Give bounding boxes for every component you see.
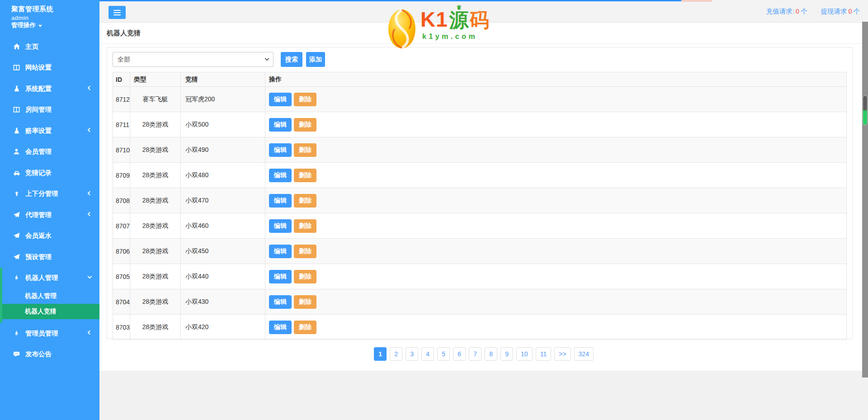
sidebar-item-robot-management[interactable]: 机器人管理 <box>0 268 99 289</box>
edit-button[interactable]: 编辑 <box>269 270 292 283</box>
page-button-1[interactable]: 1 <box>374 347 387 361</box>
sidebar-item-odds-settings[interactable]: 赔率设置 <box>0 120 99 142</box>
withdraw-request-link[interactable]: 提现请求 0 个 <box>821 7 860 16</box>
table-row: 870628类游戏小双450编辑删除 <box>113 239 847 264</box>
delete-button[interactable]: 删除 <box>294 194 316 208</box>
cell-id: 8708 <box>113 188 130 213</box>
type-filter-select[interactable]: 全部 <box>113 52 274 67</box>
sidebar-item-room-management[interactable]: 房间管理 <box>0 99 99 121</box>
table-row: 871028类游戏小双490编辑删除 <box>113 137 847 163</box>
edit-button[interactable]: 编辑 <box>269 143 292 157</box>
recharge-request-link[interactable]: 充值请求: 0 个 <box>766 7 807 16</box>
page-button-10[interactable]: 10 <box>516 347 533 361</box>
page-button-2[interactable]: 2 <box>390 347 402 361</box>
delete-button[interactable]: 删除 <box>294 93 316 106</box>
sidebar-item-admin-management[interactable]: 管理员管理 <box>0 323 99 344</box>
cell-type: 28类游戏 <box>130 163 181 188</box>
sidebar-item-bet-records[interactable]: 竞猜记录 <box>0 162 99 184</box>
edit-button[interactable]: 编辑 <box>269 245 292 258</box>
col-header-type: 类型 <box>130 72 181 87</box>
pagination: 1234567891011>>324 <box>99 347 868 361</box>
sidebar-item-preset-management[interactable]: 预设管理 <box>0 246 99 268</box>
cell-id: 8705 <box>113 264 130 289</box>
sidebar-item-system-config[interactable]: 系统配置 <box>0 78 99 99</box>
scrollbar-thumb[interactable] <box>863 95 868 125</box>
hamburger-button[interactable] <box>108 6 126 19</box>
delete-button[interactable]: 删除 <box>294 245 316 258</box>
sidebar-item-announcement[interactable]: 发布公告 <box>0 344 99 365</box>
arrow-up-icon <box>13 191 20 197</box>
delete-button[interactable]: 删除 <box>294 321 316 334</box>
edit-button[interactable]: 编辑 <box>269 169 292 182</box>
delete-button[interactable]: 删除 <box>294 169 316 182</box>
edit-button[interactable]: 编辑 <box>269 219 292 233</box>
edit-button[interactable]: 编辑 <box>269 295 292 309</box>
edit-button[interactable]: 编辑 <box>269 321 292 334</box>
cell-type: 28类游戏 <box>130 213 181 239</box>
withdraw-request-count: 0 <box>848 8 852 15</box>
sidebar-item-member-management[interactable]: 会员管理 <box>0 142 99 163</box>
cell-id: 8707 <box>113 213 130 239</box>
crown-icon: ♛ <box>456 5 462 10</box>
page-button->>[interactable]: >> <box>554 347 571 361</box>
delete-button[interactable]: 删除 <box>294 118 316 132</box>
sidebar-item-home[interactable]: 主页 <box>0 36 99 57</box>
sidebar-item-updown-score-management[interactable]: 上下分管理 <box>0 184 99 205</box>
search-button[interactable]: 搜索 <box>281 52 302 67</box>
edit-button[interactable]: 编辑 <box>269 93 292 106</box>
cell-guess: 冠军虎200 <box>181 87 265 112</box>
hamburger-icon <box>113 10 121 11</box>
flask-icon <box>13 85 20 92</box>
sidebar-subitem-robot-bet[interactable]: 机器人竞猜 <box>0 304 99 319</box>
logo-yuan-text: ♛ 源 <box>449 10 469 30</box>
delete-button[interactable]: 删除 <box>294 295 316 309</box>
home-icon <box>13 43 20 50</box>
cell-guess: 小双470 <box>181 188 265 213</box>
edit-button[interactable]: 编辑 <box>269 194 292 208</box>
page-button-6[interactable]: 6 <box>453 347 466 361</box>
logo-domain-text: k1ym.com <box>420 33 489 41</box>
cell-actions: 编辑删除 <box>265 315 847 340</box>
cell-type: 赛车飞艇 <box>130 87 181 112</box>
cell-id: 8711 <box>113 112 130 137</box>
page-button-324[interactable]: 324 <box>574 347 594 361</box>
page-button-4[interactable]: 4 <box>421 347 434 361</box>
cell-actions: 编辑删除 <box>265 289 847 315</box>
sidebar-subitem-robot-management-sub[interactable]: 机器人管理 <box>0 288 99 304</box>
car-icon <box>13 169 20 176</box>
sidebar-item-agent-management[interactable]: 代理管理 <box>0 204 99 226</box>
sidebar-item-site-settings[interactable]: 网站设置 <box>0 57 99 79</box>
content-panel: 全部 搜索 添加 ID 类型 竞猜 操作 8712赛车飞艇冠军虎200编辑删除8… <box>107 47 853 339</box>
window-icon <box>13 106 20 113</box>
add-button[interactable]: 添加 <box>306 52 325 67</box>
table-row: 870828类游戏小双470编辑删除 <box>113 188 847 213</box>
edit-button[interactable]: 编辑 <box>269 118 292 132</box>
table-row: 870928类游戏小双480编辑删除 <box>113 163 847 188</box>
cell-type: 28类游戏 <box>130 264 181 289</box>
table-header-row: ID 类型 竞猜 操作 <box>113 72 847 87</box>
cell-guess: 小双420 <box>181 315 265 340</box>
page-button-3[interactable]: 3 <box>406 347 418 361</box>
delete-button[interactable]: 删除 <box>294 143 316 157</box>
page-button-7[interactable]: 7 <box>469 347 481 361</box>
page-button-8[interactable]: 8 <box>485 347 497 361</box>
cell-id: 8709 <box>113 163 130 188</box>
table-row: 870328类游戏小双420编辑删除 <box>113 315 847 340</box>
table-row: 870428类游戏小双430编辑删除 <box>113 289 847 315</box>
recharge-request-count: 0 <box>796 8 799 15</box>
sidebar: 聚富管理系统 admin 管理操作 主页网站设置系统配置房间管理赔率设置会员管理… <box>0 0 99 420</box>
sidebar-user-menu-toggle[interactable]: 管理操作 <box>11 21 42 29</box>
delete-button[interactable]: 删除 <box>294 219 316 233</box>
col-header-guess: 竞猜 <box>181 72 265 87</box>
page-button-5[interactable]: 5 <box>437 347 450 361</box>
cell-actions: 编辑删除 <box>265 213 847 239</box>
scrollbar-track[interactable] <box>862 22 868 378</box>
page-button-11[interactable]: 11 <box>536 347 552 361</box>
cell-actions: 编辑删除 <box>265 264 847 289</box>
sidebar-item-member-rebate[interactable]: 会员返水 <box>0 226 99 247</box>
cell-guess: 小双450 <box>181 239 265 264</box>
logo-ma-text: 码 <box>470 10 489 30</box>
page-button-9[interactable]: 9 <box>500 347 513 361</box>
delete-button[interactable]: 删除 <box>294 270 316 283</box>
chevron-left-icon <box>88 191 92 195</box>
